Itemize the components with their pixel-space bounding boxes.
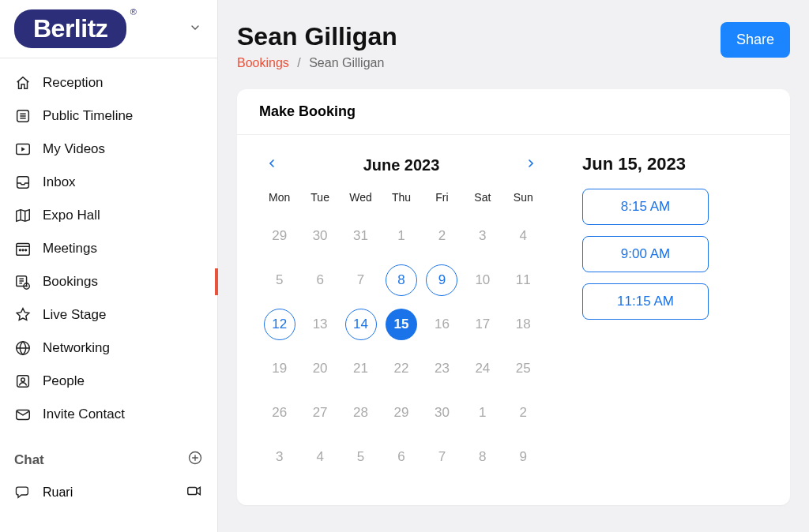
next-month-button[interactable] [518,154,544,177]
sidebar: Berlitz ® ReceptionPublic TimelineMy Vid… [0,0,218,532]
calendar-cell: 8 [462,437,502,477]
calendar-day[interactable]: 28 [345,397,377,429]
calendar-day[interactable]: 26 [264,397,295,429]
chat-contact[interactable]: Ruari [0,476,217,509]
calendar-day[interactable]: 30 [304,220,336,252]
calendar-day[interactable]: 4 [507,220,539,252]
calendar-cell: 23 [422,349,462,388]
svg-point-6 [25,249,27,251]
tray-icon [14,174,32,191]
calendar-day[interactable]: 2 [507,397,539,429]
calendar-day[interactable]: 4 [304,441,336,473]
calendar-day[interactable]: 12 [264,309,295,340]
share-button[interactable]: Share [721,22,790,58]
calendar-day[interactable]: 9 [507,441,539,473]
sidebar-item-inbox[interactable]: Inbox [0,166,217,199]
chat-header-label: Chat [14,452,44,468]
calendar-day[interactable]: 15 [386,309,417,340]
mail-icon [14,406,32,423]
sidebar-item-label: Reception [43,75,103,91]
calendar-cell: 29 [259,216,299,256]
breadcrumb-root[interactable]: Bookings [237,56,289,69]
calendar-cell: 5 [341,437,381,477]
sidebar-item-label: Expo Hall [43,208,100,223]
calendar-cell: 3 [259,437,299,477]
calendar-day[interactable]: 3 [467,220,499,252]
calendar-day[interactable]: 16 [426,309,457,340]
calendar-day[interactable]: 2 [426,220,457,252]
calendar-day[interactable]: 11 [507,264,539,296]
calendar-day[interactable]: 24 [467,353,499,384]
calendar-day[interactable]: 21 [345,353,377,384]
calendar-day[interactable]: 25 [507,353,539,384]
sidebar-item-label: Meetings [43,241,97,257]
calendar-day[interactable]: 6 [304,264,336,296]
calendar-day[interactable]: 6 [386,441,417,473]
calendar-cell: 4 [299,437,340,477]
calendar-day[interactable]: 22 [386,353,417,384]
sidebar-item-networking[interactable]: Networking [0,332,217,365]
sidebar-item-label: Bookings [43,274,98,290]
sidebar-item-people[interactable]: People [0,365,217,398]
calendar-cell: 19 [259,349,299,388]
calendar-day[interactable]: 29 [386,397,417,429]
calendar-day[interactable]: 5 [345,441,377,473]
video-call-icon[interactable] [186,482,203,503]
header-row: Sean Gilligan Bookings / Sean Gilligan S… [237,22,790,70]
calendar-day[interactable]: 7 [345,264,377,296]
sidebar-item-public-timeline[interactable]: Public Timeline [0,99,217,133]
breadcrumb: Bookings / Sean Gilligan [237,56,397,70]
calendar-cell: 7 [422,437,462,477]
calendar-day[interactable]: 3 [264,441,295,473]
chat-contact-name: Ruari [43,485,73,500]
sidebar-item-expo-hall[interactable]: Expo Hall [0,199,217,232]
calendar-day[interactable]: 8 [467,441,499,473]
calendar-day[interactable]: 13 [304,309,336,340]
calendar-cell: 4 [503,216,544,256]
calendar-day[interactable]: 30 [426,397,457,429]
sidebar-item-invite-contact[interactable]: Invite Contact [0,398,217,431]
calendar-day[interactable]: 31 [345,220,377,252]
calendar-day[interactable]: 8 [386,264,417,296]
calendar-cell: 31 [341,216,381,256]
nav-list: ReceptionPublic TimelineMy VideosInboxEx… [0,58,217,439]
selected-date: Jun 15, 2023 [582,154,768,174]
sidebar-item-live-stage[interactable]: Live Stage [0,298,217,332]
time-slot-button[interactable]: 11:15 AM [582,283,709,320]
calendar-cell: 5 [259,260,299,300]
calendar-day[interactable]: 1 [467,397,499,429]
calendar-day[interactable]: 10 [467,264,499,296]
calendar-day[interactable]: 29 [264,220,295,252]
calendar-day[interactable]: 17 [467,309,499,340]
calendar-day[interactable]: 23 [426,353,457,384]
calendar-cell: 29 [381,393,421,433]
calendar-day[interactable]: 27 [304,397,336,429]
sidebar-item-bookings[interactable]: Bookings [0,265,217,298]
calendar-cell: 6 [299,260,340,300]
plus-icon[interactable] [187,450,203,470]
calendar-day[interactable]: 19 [264,353,295,384]
calendar-day[interactable]: 1 [386,220,417,252]
time-slot-button[interactable]: 9:00 AM [582,236,709,272]
calendar-cell: 10 [462,260,502,300]
calendar-day[interactable]: 7 [426,441,457,473]
sidebar-item-label: Public Timeline [43,108,133,124]
time-slot-button[interactable]: 8:15 AM [582,189,709,225]
sidebar-item-my-videos[interactable]: My Videos [0,133,217,166]
calendar-day[interactable]: 18 [507,309,539,340]
prev-month-button[interactable] [259,154,284,177]
calendar-cell: 21 [341,349,381,388]
globe-icon [14,339,32,357]
calendar-cell: 30 [422,393,462,433]
calendar-cell: 12 [259,305,299,344]
brand-logo: Berlitz ® [14,9,126,48]
chevron-down-icon[interactable] [186,18,205,39]
cal-dots-icon [14,240,32,257]
calendar-day[interactable]: 14 [345,309,377,340]
calendar-day[interactable]: 5 [264,264,295,296]
sidebar-item-reception[interactable]: Reception [0,66,217,99]
calendar-day[interactable]: 9 [426,264,457,296]
calendar-day[interactable]: 20 [304,353,336,384]
sidebar-item-meetings[interactable]: Meetings [0,232,217,265]
calendar-cell: 13 [299,305,340,344]
